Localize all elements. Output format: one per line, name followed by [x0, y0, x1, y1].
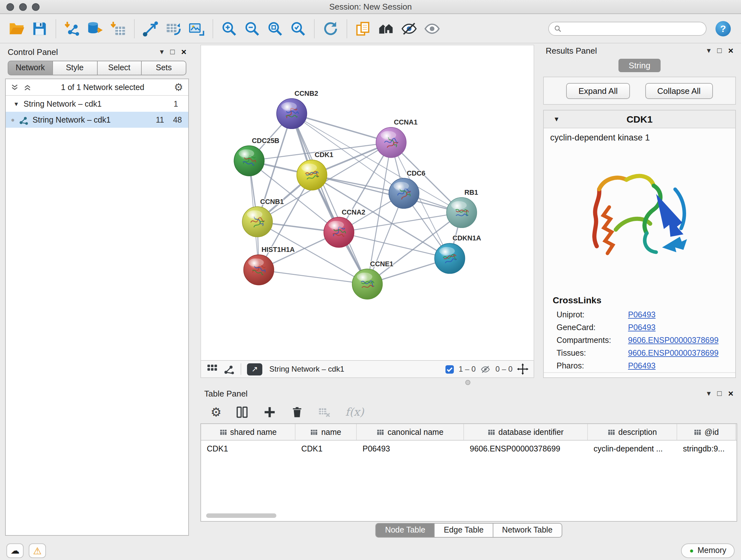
panel-close-icon[interactable]: × — [181, 47, 186, 56]
crosslink-link[interactable]: P06493 — [628, 361, 656, 370]
refresh-layout-button[interactable] — [319, 17, 342, 40]
network-edge[interactable] — [292, 114, 391, 142]
delete-trash-icon[interactable] — [290, 405, 304, 419]
refresh-icon — [322, 20, 339, 37]
network-edge[interactable] — [259, 270, 367, 284]
gear-icon[interactable]: ⚙ — [174, 82, 183, 92]
crosslink-link[interactable]: P06493 — [628, 310, 656, 319]
delete-table-icon — [318, 405, 331, 419]
tab-string[interactable]: String — [618, 59, 661, 72]
table-row[interactable]: CDK1 CDK1 P06493 9606.ENSP00000378699 cy… — [201, 441, 737, 456]
network-node-CCNB2[interactable]: CCNB2 — [277, 90, 318, 129]
crosslink-link[interactable]: P06493 — [628, 323, 656, 332]
panel-collapse-icon[interactable]: ▾ — [707, 47, 711, 54]
tab-network-table[interactable]: Network Table — [493, 523, 562, 538]
panel-collapse-icon[interactable]: ▾ — [160, 48, 164, 56]
zoom-in-icon — [221, 20, 238, 37]
horizontal-scrollbar[interactable] — [206, 513, 276, 518]
memory-button[interactable]: ● Memory — [681, 543, 735, 558]
crosslink-label: Tissues: — [556, 349, 628, 358]
network-node-CCNB1[interactable]: CCNB1 — [242, 198, 284, 237]
new-network-from-selection-button[interactable] — [139, 17, 162, 40]
import-table-button[interactable] — [107, 17, 130, 40]
panel-close-icon[interactable]: × — [728, 389, 733, 398]
import-network-database-button[interactable] — [84, 17, 107, 40]
crosslink-link[interactable]: 9606.ENSP00000378699 — [628, 349, 719, 358]
tab-edge-table[interactable]: Edge Table — [435, 523, 493, 538]
network-node-CDC25B[interactable]: CDC25B — [234, 137, 279, 176]
open-in-window-button[interactable]: ↗ — [247, 363, 262, 375]
network-node-CDKN1A[interactable]: CDKN1A — [434, 234, 481, 273]
tab-sets[interactable]: Sets — [142, 61, 187, 75]
open-folder-icon — [8, 20, 25, 37]
splitter-handle[interactable] — [465, 380, 470, 385]
save-session-button[interactable] — [28, 17, 51, 40]
warnings-button[interactable]: ⚠ — [29, 543, 46, 558]
network-edge[interactable] — [312, 175, 461, 212]
show-panel-button[interactable] — [421, 17, 444, 40]
crosshair-move-icon[interactable] — [517, 363, 529, 375]
panel-float-icon[interactable]: □ — [170, 48, 175, 56]
network-graph[interactable]: CCNB2CCNA1CDC25BCDK1CDC6RB1CCNB1CCNA2CDK… — [201, 45, 534, 360]
table-settings-gear-icon[interactable]: ⚙ — [211, 406, 221, 418]
panel-close-icon[interactable]: × — [728, 46, 733, 55]
crosslink-row: Compartments: 9606.ENSP00000378699 — [544, 334, 735, 347]
tree-expander-icon[interactable]: ▼ — [13, 101, 19, 107]
documents-icon — [355, 20, 372, 37]
network-collection-row[interactable]: ▼ String Network – cdk1 1 — [6, 96, 188, 112]
node-label: CCNE1 — [370, 260, 394, 268]
crosslink-link[interactable]: 9606.ENSP00000378699 — [628, 336, 719, 345]
expand-all-chevrons-icon[interactable] — [11, 83, 18, 91]
search-input[interactable] — [565, 23, 701, 34]
tab-network[interactable]: Network — [8, 61, 53, 75]
network-overview-button[interactable] — [223, 363, 235, 375]
zoom-selected-button[interactable] — [286, 17, 310, 40]
zoom-out-button[interactable] — [241, 17, 264, 40]
export-table-button[interactable] — [162, 17, 185, 40]
control-panel-tabs: Network Style Select Sets — [8, 61, 186, 75]
grid-view-button[interactable] — [206, 363, 218, 375]
network-edge[interactable] — [292, 114, 367, 284]
tab-node-table[interactable]: Node Table — [376, 523, 435, 538]
network-node-HIST1H1A[interactable]: HIST1H1A — [244, 246, 294, 285]
copy-documents-button[interactable] — [352, 17, 375, 40]
search-box[interactable] — [548, 21, 706, 36]
node-label: CCNB2 — [294, 90, 318, 98]
zoom-fit-button[interactable] — [264, 17, 286, 40]
node-label: CCNA1 — [394, 118, 417, 126]
collapse-all-chevrons-icon[interactable] — [23, 83, 31, 91]
crosslink-label: Uniprot: — [556, 310, 628, 319]
open-session-button[interactable] — [5, 17, 28, 40]
network-canvas[interactable]: CCNB2CCNA1CDC25BCDK1CDC6RB1CCNB1CCNA2CDK… — [200, 45, 534, 361]
table-toolbar: ⚙ f(x) — [200, 400, 737, 423]
help-button[interactable]: ? — [716, 21, 731, 36]
network-row-selected[interactable]: ● String Network – cdk1 11 48 — [6, 112, 188, 128]
node-table[interactable]: shared name name canonical name database… — [200, 423, 737, 522]
panel-collapse-icon[interactable]: ▾ — [707, 389, 711, 397]
hide-selected-button[interactable] — [398, 17, 421, 40]
expand-all-button[interactable]: Expand All — [566, 83, 630, 99]
protein-structure-image — [580, 158, 699, 277]
zoom-in-button[interactable] — [218, 17, 241, 40]
panel-float-icon[interactable]: □ — [717, 47, 722, 54]
cloud-status-button[interactable]: ☁ — [6, 543, 23, 558]
column-header: namespac — [736, 424, 737, 440]
network-node-RB1[interactable]: RB1 — [447, 189, 478, 228]
show-columns-icon[interactable] — [235, 405, 249, 419]
gene-expander-icon[interactable]: ▼ — [544, 116, 569, 123]
neighborhood-button[interactable] — [375, 17, 398, 40]
selected-checkbox-icon[interactable] — [445, 364, 454, 374]
panel-float-icon[interactable]: □ — [717, 389, 722, 397]
results-panel-title: Results Panel — [546, 46, 597, 55]
tab-select[interactable]: Select — [97, 61, 142, 75]
network-node-CCNA1[interactable]: CCNA1 — [376, 118, 417, 158]
tab-style[interactable]: Style — [53, 61, 98, 75]
import-network-file-button[interactable] — [61, 17, 84, 40]
export-image-button[interactable] — [185, 17, 208, 40]
collapse-all-button[interactable]: Collapse All — [645, 83, 713, 99]
add-column-icon[interactable] — [263, 405, 276, 419]
network-edge[interactable] — [339, 233, 450, 259]
cell-id: stringdb:9... — [677, 444, 736, 453]
import-table-icon — [110, 20, 126, 37]
string-network-icon — [18, 115, 29, 125]
